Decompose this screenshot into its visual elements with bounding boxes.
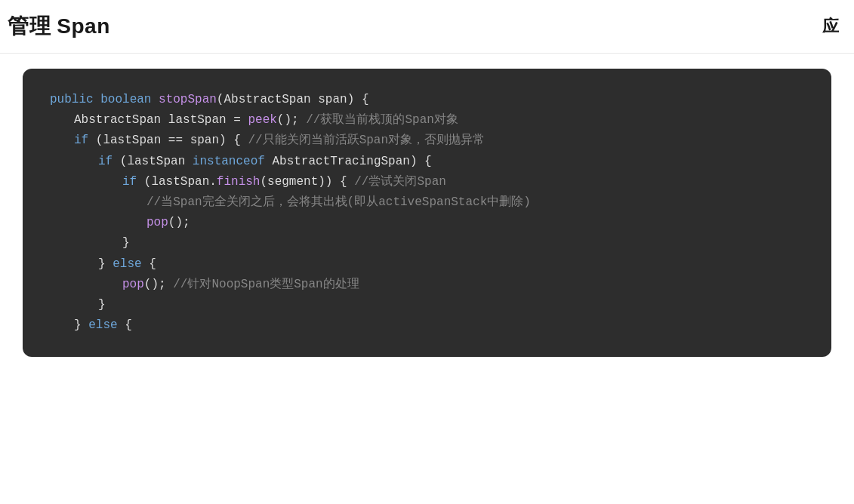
code-token: } xyxy=(98,257,113,271)
code-token: AbstractTracingSpan) { xyxy=(272,155,431,168)
page-header: 管理 Span 应 xyxy=(0,0,854,54)
main-content: public boolean stopSpan(AbstractSpan spa… xyxy=(0,54,854,372)
code-token: pop xyxy=(122,278,144,291)
code-line: public boolean stopSpan(AbstractSpan spa… xyxy=(50,90,804,110)
code-token: } xyxy=(98,298,106,312)
code-line: } xyxy=(50,295,804,315)
code-token: (); xyxy=(168,216,190,229)
code-token: public xyxy=(50,93,100,106)
code-token: stopSpan xyxy=(159,93,217,106)
code-block: public boolean stopSpan(AbstractSpan spa… xyxy=(23,69,831,357)
code-line: } else { xyxy=(50,254,804,275)
code-token: if xyxy=(98,155,120,168)
code-token: pop xyxy=(146,216,168,229)
page-title: 管理 Span xyxy=(8,12,110,41)
code-token: instanceof xyxy=(193,155,273,168)
code-token: //只能关闭当前活跃Span对象，否则抛异常 xyxy=(248,134,485,147)
code-token: (lastSpan xyxy=(120,155,193,168)
code-line: } else { xyxy=(50,315,804,336)
code-token: finish xyxy=(217,175,261,189)
code-token: (segment)) { xyxy=(260,175,354,189)
code-token: else xyxy=(113,257,141,271)
code-token: boolean xyxy=(100,93,159,106)
code-line: if (lastSpan == span) { //只能关闭当前活跃Span对象… xyxy=(50,131,804,151)
code-line: //当Span完全关闭之后，会将其出栈(即从activeSpanStack中删除… xyxy=(50,192,804,213)
code-line: AbstractSpan lastSpan = peek(); //获取当前栈顶… xyxy=(50,110,804,131)
code-token: } xyxy=(122,236,130,250)
code-line: if (lastSpan.finish(segment)) { //尝试关闭Sp… xyxy=(50,172,804,192)
code-token: (); xyxy=(277,113,306,127)
code-token: (lastSpan == span) { xyxy=(96,134,248,147)
code-token: (lastSpan. xyxy=(144,175,217,189)
code-token: //针对NoopSpan类型Span的处理 xyxy=(173,278,359,291)
code-token: //尝试关闭Span xyxy=(354,175,446,189)
header-right-text: 应 xyxy=(822,15,839,38)
code-token: //当Span完全关闭之后，会将其出栈(即从activeSpanStack中删除… xyxy=(146,195,531,209)
code-token: peek xyxy=(248,113,276,127)
code-token: if xyxy=(74,134,96,147)
code-token: else xyxy=(88,318,117,332)
code-token: (AbstractSpan span) { xyxy=(217,93,369,106)
code-line: if (lastSpan instanceof AbstractTracingS… xyxy=(50,152,804,172)
code-line: } xyxy=(50,233,804,254)
code-token: AbstractSpan lastSpan = xyxy=(74,113,248,127)
code-line: pop(); xyxy=(50,213,804,233)
code-token: { xyxy=(142,257,156,271)
code-token: } xyxy=(74,318,88,332)
code-token: (); xyxy=(144,278,173,291)
code-token: //获取当前栈顶的Span对象 xyxy=(306,113,458,127)
code-token: { xyxy=(118,318,132,332)
code-token: if xyxy=(122,175,144,189)
code-line: pop(); //针对NoopSpan类型Span的处理 xyxy=(50,275,804,295)
